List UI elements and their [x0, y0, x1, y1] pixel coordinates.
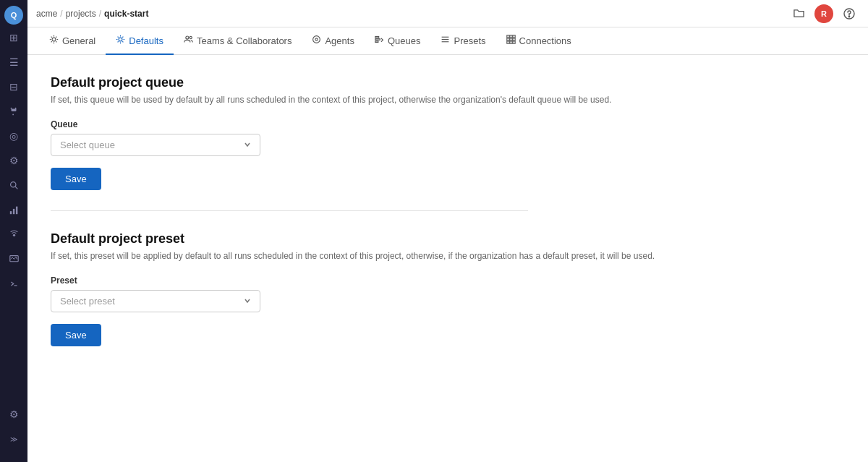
- presets-tab-icon: [441, 35, 450, 46]
- tab-connections[interactable]: Connections: [496, 27, 582, 55]
- queue-field-label: Queue: [51, 119, 845, 129]
- help-icon[interactable]: [839, 4, 859, 24]
- svg-rect-16: [375, 36, 379, 38]
- connections-tab-icon: [506, 35, 516, 46]
- svg-line-1: [15, 187, 17, 189]
- preset-section: Default project preset If set, this pres…: [51, 231, 845, 346]
- topbar: acme / projects / quick-start R: [27, 0, 868, 27]
- svg-point-12: [186, 36, 189, 39]
- tab-agents[interactable]: Agents: [302, 27, 364, 55]
- tab-queues[interactable]: Queues: [365, 27, 431, 55]
- svg-rect-27: [509, 41, 511, 43]
- queue-section-desc: If set, this queue will be used by defau…: [51, 95, 845, 105]
- preset-chevron-icon: [244, 297, 251, 306]
- defaults-tab-icon: [116, 35, 125, 46]
- svg-rect-4: [15, 206, 17, 214]
- table-icon[interactable]: ⊟: [2, 75, 25, 98]
- queue-chevron-icon: [244, 141, 251, 150]
- svg-point-15: [315, 38, 318, 40]
- svg-point-10: [52, 38, 56, 41]
- sidebar: Q ⊞ ☰ ⊟ ◎ ⚙: [0, 0, 27, 462]
- svg-rect-22: [506, 35, 509, 38]
- broadcast-sidebar-icon[interactable]: [2, 223, 25, 246]
- stats-sidebar-icon[interactable]: [2, 198, 25, 221]
- dashboard-icon[interactable]: ⊞: [2, 26, 25, 49]
- terminal-sidebar-icon[interactable]: [2, 272, 25, 295]
- queue-save-button[interactable]: Save: [51, 168, 101, 190]
- tab-general[interactable]: General: [39, 27, 106, 55]
- preset-select[interactable]: Select preset: [51, 290, 260, 312]
- tab-teams[interactable]: Teams & Collaborators: [174, 27, 302, 55]
- search-sidebar-icon[interactable]: [2, 174, 25, 197]
- svg-rect-3: [12, 208, 14, 213]
- tabs: General Defaults Teams & Collaborators: [27, 27, 868, 55]
- preset-section-title: Default project preset: [51, 231, 845, 247]
- preset-select-wrapper: Select preset: [51, 290, 260, 312]
- svg-point-0: [10, 181, 15, 187]
- svg-point-13: [190, 36, 192, 38]
- sidebar-logo[interactable]: Q: [4, 6, 23, 25]
- list-icon[interactable]: ☰: [2, 51, 25, 74]
- svg-point-11: [119, 38, 122, 41]
- queue-select[interactable]: Select queue: [51, 134, 260, 156]
- queue-select-wrapper: Select queue: [51, 134, 260, 156]
- agents-tab-icon: [312, 35, 321, 46]
- folder-icon[interactable]: [788, 4, 809, 24]
- queue-select-placeholder: Select queue: [60, 140, 115, 150]
- teams-tab-icon: [184, 35, 193, 46]
- svg-rect-23: [506, 38, 509, 40]
- queues-tab-icon: [375, 35, 384, 46]
- queue-section-title: Default project queue: [51, 75, 845, 90]
- agents-sidebar-icon[interactable]: ◎: [2, 124, 25, 147]
- monitor-sidebar-icon[interactable]: [2, 247, 25, 270]
- preset-save-button[interactable]: Save: [51, 324, 101, 346]
- tab-defaults[interactable]: Defaults: [106, 27, 174, 55]
- main-area: acme / projects / quick-start R: [27, 0, 868, 462]
- settings-sidebar-icon[interactable]: ⚙: [2, 149, 25, 172]
- svg-rect-26: [509, 38, 511, 40]
- svg-rect-30: [513, 41, 515, 43]
- queue-section: Default project queue If set, this queue…: [51, 75, 845, 190]
- preset-select-placeholder: Select preset: [60, 296, 115, 307]
- collapse-sidebar-icon[interactable]: ≫: [2, 427, 25, 450]
- breadcrumb-current: quick-start: [104, 9, 148, 19]
- preset-section-desc: If set, this preset will be applied by d…: [51, 251, 845, 261]
- breadcrumb: acme / projects / quick-start: [36, 9, 784, 19]
- section-divider: [51, 210, 528, 211]
- preset-field-label: Preset: [51, 275, 845, 286]
- svg-point-5: [12, 234, 14, 236]
- gear-bottom-icon[interactable]: ⚙: [2, 403, 25, 426]
- svg-rect-2: [9, 211, 11, 214]
- svg-point-9: [848, 16, 849, 17]
- tab-presets[interactable]: Presets: [430, 27, 495, 55]
- svg-rect-18: [375, 41, 378, 43]
- fork-icon[interactable]: [2, 100, 25, 123]
- svg-rect-25: [509, 35, 511, 38]
- topbar-actions: R: [788, 4, 859, 24]
- general-tab-icon: [49, 35, 59, 46]
- content-area: Default project queue If set, this queue…: [27, 55, 868, 462]
- svg-point-14: [313, 36, 320, 43]
- svg-rect-29: [513, 38, 515, 40]
- svg-rect-17: [375, 39, 380, 40]
- svg-rect-24: [506, 41, 509, 43]
- user-avatar[interactable]: R: [814, 4, 833, 23]
- svg-rect-28: [513, 35, 515, 38]
- breadcrumb-acme[interactable]: acme: [36, 9, 57, 19]
- breadcrumb-projects[interactable]: projects: [66, 9, 96, 19]
